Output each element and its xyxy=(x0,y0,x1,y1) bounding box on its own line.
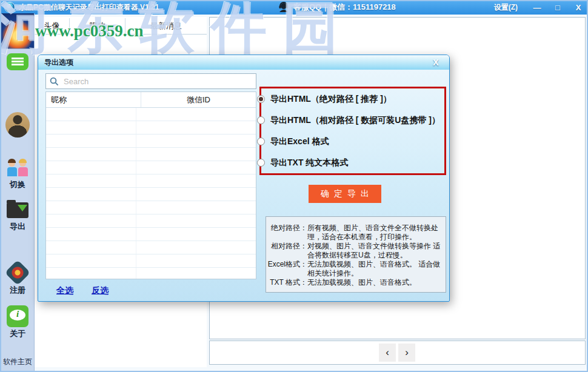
contact-row-nickname-cell xyxy=(46,188,136,201)
select-all-link[interactable]: 全选 xyxy=(56,285,73,296)
female-figure-icon xyxy=(18,167,28,176)
contacts-icon[interactable] xyxy=(5,112,30,138)
format-note-text: 无法加载视频、图片、语音格式。 适合做相关统计操作。 xyxy=(307,260,444,278)
contact-row-nickname-cell xyxy=(46,121,136,134)
contact-select-list: 昵称 微信ID xyxy=(45,91,256,279)
contact-row-nickname-cell xyxy=(46,241,136,254)
service-text: 客服QQ｜微信：1151197218 xyxy=(293,2,396,13)
export-option-3[interactable]: 导出TXT 纯文本格式 xyxy=(261,152,444,173)
radio-button-icon[interactable] xyxy=(257,95,265,103)
format-note-label: 绝对路径： xyxy=(266,224,307,242)
next-page-button[interactable]: › xyxy=(398,344,415,362)
contact-row xyxy=(46,161,256,174)
format-note-text: 无法加载视频、图片、语音格式。 xyxy=(307,278,444,287)
contact-row-nickname-cell xyxy=(46,148,136,161)
sidebar-item-about[interactable]: 关于 xyxy=(1,328,34,339)
minimize-button[interactable]: — xyxy=(531,3,543,12)
headset-icon xyxy=(278,1,290,13)
dialog-title-bar: 导出选项 X xyxy=(38,55,449,70)
about-info-icon[interactable] xyxy=(7,305,28,327)
contact-row-nickname-cell xyxy=(46,135,136,147)
column-header-latest-message: 最新消息 xyxy=(125,18,207,34)
export-options-dialog: 导出选项 X 昵称 微信ID 全选 反选 导出HTML（绝对路径 [ 推荐 ]）… xyxy=(38,55,450,302)
export-option-label: 导出HTML（绝对路径 [ 推荐 ]） xyxy=(270,94,392,105)
column-header-avatar: 头像 xyxy=(35,18,70,34)
title-bar: 水晶PC微信聊天记录导出打印查看器 V1.21 客服QQ｜微信：11511972… xyxy=(0,0,588,15)
column-header-nickname: 昵称 xyxy=(46,92,141,107)
sidebar-item-switch[interactable]: 切换 xyxy=(1,179,34,190)
software-homepage-link[interactable]: 软件主页 xyxy=(1,357,34,367)
export-folder-icon[interactable] xyxy=(7,202,28,218)
app-icon xyxy=(4,2,15,13)
export-option-label: 导出HTML（相对路径 [ 数据可装U盘携带 ]） xyxy=(270,115,440,126)
format-note: TXT 格式：无法加载视频、图片、语音格式。 xyxy=(266,278,444,287)
format-note-text: 所有视频、图片、语音文件全不做转换处理，适合在本机查看，打印操作。 xyxy=(307,224,444,242)
contact-row-nickname-cell xyxy=(46,161,136,174)
chat-list-header: 头像 昵称 最新消息 xyxy=(35,18,207,35)
invert-selection-link[interactable]: 反选 xyxy=(92,285,109,296)
contact-row xyxy=(46,188,256,201)
contact-row-nickname-cell xyxy=(46,228,136,241)
search-icon xyxy=(50,77,59,86)
contact-row xyxy=(46,108,256,121)
sidebar-item-register[interactable]: 注册 xyxy=(1,285,34,296)
format-note-label: TXT 格式： xyxy=(266,278,307,287)
customer-service-info: 客服QQ｜微信：1151197218 xyxy=(278,0,396,15)
male-figure-icon xyxy=(7,167,17,176)
contact-row-nickname-cell xyxy=(46,214,136,227)
contact-row xyxy=(46,228,256,241)
register-cube-icon[interactable] xyxy=(5,260,30,285)
window-title: 水晶PC微信聊天记录导出打印查看器 V1.21 xyxy=(19,2,159,13)
close-button[interactable]: X xyxy=(572,3,584,12)
format-note-text: 对视频、图片、语音文件做转换等操作 适合将数据转移至U盘，过程慢。 xyxy=(307,242,444,260)
dialog-close-icon[interactable]: X xyxy=(429,58,443,67)
export-option-0[interactable]: 导出HTML（绝对路径 [ 推荐 ]） xyxy=(261,88,444,110)
column-header-nickname: 昵称 xyxy=(70,18,125,34)
contact-row xyxy=(46,241,256,254)
contact-list-rows xyxy=(46,108,256,279)
contact-row xyxy=(46,201,256,214)
sidebar-item-export[interactable]: 导出 xyxy=(1,221,34,232)
export-format-group: 导出HTML（绝对路径 [ 推荐 ]）导出HTML（相对路径 [ 数据可装U盘携… xyxy=(259,87,446,175)
contact-row xyxy=(46,148,256,161)
search-box xyxy=(45,73,256,89)
prev-page-button[interactable]: ‹ xyxy=(379,344,396,362)
radio-button-icon[interactable] xyxy=(257,116,265,124)
contact-row-nickname-cell xyxy=(46,268,136,279)
contact-row xyxy=(46,268,256,279)
chat-icon[interactable] xyxy=(7,53,28,70)
format-note-label: 相对路径： xyxy=(266,242,307,260)
export-option-label: 导出Excel 格式 xyxy=(270,136,329,147)
column-header-wechat-id: 微信ID xyxy=(141,92,256,107)
pager-bar: ‹ › xyxy=(209,340,586,365)
format-note: 绝对路径：所有视频、图片、语音文件全不做转换处理，适合在本机查看，打印操作。 xyxy=(266,224,444,242)
confirm-export-button[interactable]: 确定导出 xyxy=(309,185,381,203)
contact-row-nickname-cell xyxy=(46,108,136,121)
contact-list-header: 昵称 微信ID xyxy=(46,92,256,108)
contact-row-nickname-cell xyxy=(46,254,136,267)
maximize-button[interactable]: □ xyxy=(552,3,564,12)
contact-row xyxy=(46,135,256,148)
search-input[interactable] xyxy=(62,76,252,87)
contact-row-nickname-cell xyxy=(46,174,136,187)
selection-links: 全选 反选 xyxy=(56,285,109,296)
dialog-title: 导出选项 xyxy=(44,58,73,68)
contact-row xyxy=(46,214,256,228)
export-option-1[interactable]: 导出HTML（相对路径 [ 数据可装U盘携带 ]） xyxy=(261,110,444,131)
export-option-label: 导出TXT 纯文本格式 xyxy=(270,158,348,168)
radio-button-icon[interactable] xyxy=(257,138,265,145)
contact-row-nickname-cell xyxy=(46,201,136,214)
switch-account-icon[interactable] xyxy=(5,159,30,178)
app-logo xyxy=(1,13,34,49)
format-note-label: Excel格式： xyxy=(266,260,307,278)
contact-row xyxy=(46,254,256,268)
radio-button-icon[interactable] xyxy=(257,159,265,167)
settings-button[interactable]: 设置(Z) xyxy=(494,2,518,13)
contact-row xyxy=(46,121,256,135)
export-option-2[interactable]: 导出Excel 格式 xyxy=(261,131,444,152)
format-notes-box: 绝对路径：所有视频、图片、语音文件全不做转换处理，适合在本机查看，打印操作。相对… xyxy=(266,216,446,293)
sidebar: 切换 导出 注册 关于 软件主页 xyxy=(1,13,35,371)
format-note: 相对路径：对视频、图片、语音文件做转换等操作 适合将数据转移至U盘，过程慢。 xyxy=(266,242,444,260)
format-note: Excel格式：无法加载视频、图片、语音格式。 适合做相关统计操作。 xyxy=(266,260,444,278)
contact-row xyxy=(46,174,256,188)
